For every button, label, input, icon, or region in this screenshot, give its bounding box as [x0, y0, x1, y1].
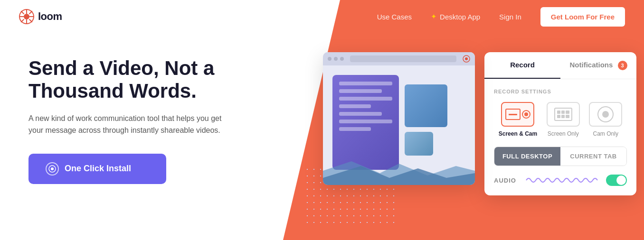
cam-only-icon — [597, 106, 614, 122]
current-tab-button[interactable]: CURRENT TAB — [560, 147, 626, 166]
record-settings-label: RECORD SETTINGS — [494, 89, 627, 94]
nav-sign-in[interactable]: Sign In — [499, 13, 521, 21]
screen-part-icon — [505, 109, 521, 120]
screen-only-icon — [554, 108, 572, 121]
screen-cam-icon — [505, 109, 530, 120]
card-line-7 — [339, 127, 371, 131]
desktop-tab-selector: FULL DESKTOP CURRENT TAB — [494, 147, 627, 166]
browser-dot-2 — [334, 57, 338, 61]
mode-screen-only[interactable]: Screen Only — [547, 102, 580, 137]
svg-point-1 — [24, 14, 29, 19]
browser-mockup — [323, 52, 475, 185]
hero-subtext: A new kind of work communication tool th… — [28, 112, 237, 137]
mode-screen-cam[interactable]: Screen & Cam — [499, 102, 537, 137]
sparkle-icon: ✦ — [431, 12, 437, 21]
nav-links: Use Cases ✦ Desktop App Sign In Get Loom… — [377, 7, 625, 27]
notifications-badge: 3 — [618, 61, 627, 70]
svg-line-6 — [21, 11, 24, 14]
mode-cam-only[interactable]: Cam Only — [589, 102, 622, 137]
mode-icon-cam-only — [589, 102, 622, 127]
cam-part-icon — [522, 110, 530, 119]
card-line-5 — [339, 112, 382, 116]
logo[interactable]: loom — [19, 9, 62, 24]
tab-notifications[interactable]: Notifications 3 — [560, 52, 636, 79]
install-button-label: One Click Install — [65, 164, 131, 174]
record-modes: Screen & Cam — [494, 102, 627, 137]
install-button-icon — [46, 162, 59, 175]
svg-point-13 — [465, 57, 468, 60]
hero-illustration — [294, 43, 475, 232]
hero-headline: Send a Video, Not aThousand Words. — [28, 57, 294, 103]
hero-right: Record Notifications 3 RECORD SETTINGS — [484, 52, 641, 195]
small-blue-card — [405, 132, 433, 156]
mode-icon-screen-only — [547, 102, 580, 127]
browser-dot-3 — [340, 57, 344, 61]
nav-desktop-app[interactable]: ✦ Desktop App — [431, 12, 480, 21]
audio-label: AUDIO — [494, 177, 518, 184]
install-button[interactable]: One Click Install — [28, 154, 166, 184]
logo-text: loom — [38, 10, 62, 23]
full-desktop-button[interactable]: FULL DESKTOP — [494, 147, 560, 166]
panel-tabs: Record Notifications 3 — [484, 52, 636, 79]
audio-wave — [523, 175, 600, 186]
mode-cam-only-label: Cam Only — [593, 130, 618, 137]
hero-left: Send a Video, Not aThousand Words. A new… — [28, 47, 294, 184]
svg-line-9 — [21, 19, 24, 22]
audio-toggle[interactable] — [606, 175, 627, 186]
nav-use-cases[interactable]: Use Cases — [377, 13, 412, 21]
tab-record[interactable]: Record — [484, 52, 560, 79]
mode-screen-only-label: Screen Only — [548, 130, 579, 137]
hero-section: Send a Video, Not aThousand Words. A new… — [0, 33, 644, 240]
get-loom-button[interactable]: Get Loom For Free — [540, 7, 625, 27]
svg-point-11 — [51, 167, 54, 170]
loom-logo-icon — [19, 9, 34, 24]
landscape-illustration — [323, 157, 475, 185]
browser-dot-1 — [328, 57, 331, 61]
svg-line-8 — [29, 11, 32, 14]
browser-url-bar — [350, 55, 456, 62]
navbar: loom Use Cases ✦ Desktop App Sign In Get… — [0, 0, 644, 33]
card-line-6 — [339, 120, 392, 123]
mode-icon-screen-cam — [501, 102, 534, 127]
tab-record-label: Record — [510, 61, 535, 69]
blue-card — [405, 84, 447, 127]
card-line-1 — [339, 82, 392, 85]
card-line-4 — [339, 104, 371, 108]
purple-card — [332, 75, 399, 170]
panel-body: RECORD SETTINGS Screen & Cam — [484, 79, 636, 195]
loom-panel: Record Notifications 3 RECORD SETTINGS — [484, 52, 636, 195]
card-line-2 — [339, 89, 382, 93]
toggle-knob — [616, 175, 626, 185]
svg-line-7 — [29, 19, 32, 22]
tab-notifications-label: Notifications — [569, 61, 613, 69]
mode-screen-cam-label: Screen & Cam — [499, 130, 537, 137]
browser-bar — [323, 52, 475, 65]
audio-row: AUDIO — [494, 175, 627, 186]
browser-loom-icon — [463, 55, 470, 63]
card-line-3 — [339, 97, 392, 101]
